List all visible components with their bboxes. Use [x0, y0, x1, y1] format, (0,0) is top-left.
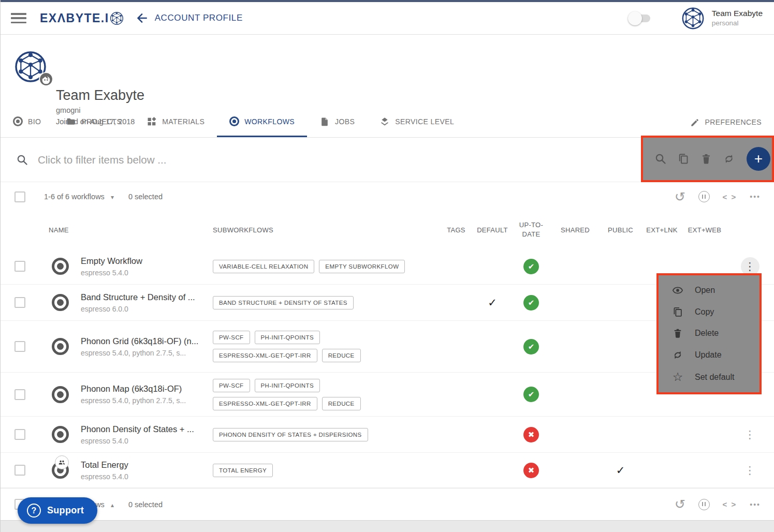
theme-toggle[interactable] [630, 14, 650, 22]
undo-icon[interactable]: ↺ [675, 498, 685, 511]
subworkflow-chip[interactable]: PH-INIT-QPOINTS [255, 379, 320, 392]
user-avatar[interactable] [681, 7, 705, 30]
code-icon[interactable]: < > [723, 193, 737, 201]
subworkflow-chip[interactable]: REDUCE [322, 397, 361, 410]
workflow-name[interactable]: Empty Workflow [81, 256, 213, 266]
subworkflow-chip[interactable]: EMPTY SUBWORKFLOW [319, 260, 405, 273]
up-to-date-yes-icon: ✔ [523, 259, 539, 274]
pause-icon[interactable] [698, 499, 710, 510]
menu-item-delete[interactable]: Delete [659, 328, 760, 339]
column-name[interactable]: NAME [39, 226, 81, 234]
row-menu-button[interactable]: ⋮ [744, 429, 755, 440]
toggle-knob [628, 11, 642, 25]
menu-label: Set default [695, 373, 735, 382]
support-button[interactable]: ? Support [18, 497, 97, 524]
folder-icon [66, 116, 76, 127]
pause-icon[interactable] [698, 191, 710, 202]
column-default[interactable]: DEFAULT [472, 226, 513, 234]
user-name: Team Exabyte [712, 8, 763, 19]
menu-item-set-default[interactable]: ☆ Set default [659, 371, 760, 383]
workflow-name[interactable]: Total Energy [81, 460, 213, 470]
tab-label: BIO [28, 117, 41, 126]
preferences-button[interactable]: PREFERENCES [678, 107, 774, 137]
column-up-to-date[interactable]: UP-TO-DATE [516, 220, 547, 239]
row-checkbox[interactable] [14, 341, 25, 352]
menu-item-copy[interactable]: Copy [659, 306, 760, 318]
workflow-subtitle: espresso 5.4.0 [81, 472, 213, 481]
support-label: Support [47, 505, 84, 516]
filter-input[interactable] [38, 154, 556, 166]
subworkflow-chip[interactable]: PH-INIT-QPOINTS [255, 331, 320, 344]
tab-label: PROJECTS [81, 117, 122, 126]
workflow-subtitle: espresso 5.4.0, python 2.7.5, s... [81, 396, 213, 405]
row-menu-button[interactable]: ⋮ [744, 465, 755, 476]
pagination-range[interactable]: 1-6 of 6 workflows ▾ [44, 193, 114, 201]
column-shared[interactable]: SHARED [549, 226, 601, 234]
column-tags[interactable]: TAGS [441, 226, 472, 234]
copy-icon [672, 306, 683, 318]
subworkflow-chip[interactable]: TOTAL ENERGY [213, 464, 273, 477]
row-checkbox[interactable] [14, 261, 25, 272]
tab-materials[interactable]: MATERIALS [134, 107, 217, 137]
subworkflow-chip[interactable]: VARIABLE-CELL RELAXATION [213, 260, 314, 273]
workflow-icon [52, 426, 69, 443]
app-window: EXΛBYTE.I ACCOUNT PROFILE Team Exabyte p… [0, 0, 774, 532]
preferences-label: PREFERENCES [705, 118, 762, 126]
workflow-name[interactable]: Band Structure + Density of ... [81, 292, 213, 302]
workflows-icon [229, 116, 239, 126]
column-public[interactable]: PUBLIC [601, 226, 640, 234]
subworkflow-chip[interactable]: PHONON DENSITY OF STATES + DISPERSIONS [213, 428, 368, 441]
add-button[interactable]: + [747, 147, 770, 171]
subworkflow-chip[interactable]: ESPRESSO-XML-GET-QPT-IRR [213, 349, 317, 362]
user-block[interactable]: Team Exabyte personal [712, 8, 763, 28]
profile-face-badge-icon [39, 72, 53, 86]
column-ext-lnk[interactable]: EXT+LNK [640, 226, 684, 234]
tab-label: MATERIALS [162, 117, 205, 126]
delete-icon[interactable] [700, 153, 712, 165]
workflow-name[interactable]: Phonon Density of States + ... [81, 424, 213, 434]
menu-icon[interactable] [11, 13, 26, 23]
tab-service-level[interactable]: SERVICE LEVEL [367, 107, 466, 137]
subworkflow-chip[interactable]: PW-SCF [213, 379, 250, 392]
menu-label: Copy [695, 307, 714, 317]
menu-item-open[interactable]: Open [659, 285, 760, 296]
menu-item-update[interactable]: Update [659, 349, 760, 361]
tab-bio[interactable]: BIO [1, 107, 53, 137]
subworkflow-chip[interactable]: ESPRESSO-XML-GET-QPT-IRR [213, 397, 317, 410]
plus-icon: + [754, 152, 763, 166]
copy-icon[interactable] [677, 153, 690, 165]
undo-icon[interactable]: ↺ [675, 190, 685, 203]
more-vertical-icon: ⋮ [744, 428, 755, 440]
search-icon[interactable] [654, 153, 667, 165]
footer-selection-bar: 1-6 of 6 workflows ▴ 0 selected ↺ < > ••… [1, 488, 774, 520]
public-check-icon: ✓ [616, 464, 625, 477]
workflow-icon [52, 338, 69, 355]
workflow-name[interactable]: Phonon Map (6k3q18i-OF) [81, 384, 213, 394]
subworkflow-chip[interactable]: REDUCE [322, 349, 361, 362]
default-check-icon: ✓ [488, 297, 497, 309]
column-subworkflows[interactable]: SUBWORKFLOWS [213, 226, 441, 234]
tab-projects[interactable]: PROJECTS [53, 107, 134, 137]
tab-label: JOBS [335, 117, 355, 126]
update-icon[interactable] [723, 153, 735, 165]
up-to-date-no-icon: ✖ [523, 463, 539, 478]
bio-icon [13, 116, 23, 126]
more-horizontal-icon[interactable]: ••• [750, 500, 761, 509]
brand-logo[interactable]: EXΛBYTE.I [40, 11, 124, 25]
row-checkbox[interactable] [14, 297, 25, 308]
workflow-name[interactable]: Phonon Grid (6k3q18i-OF) (n... [81, 336, 213, 346]
row-checkbox[interactable] [14, 389, 25, 400]
row-checkbox[interactable] [14, 429, 25, 440]
search-icon [16, 154, 28, 166]
subworkflow-chip[interactable]: PW-SCF [213, 331, 250, 344]
row-checkbox[interactable] [14, 465, 25, 476]
range-text: 1-6 of 6 workflows [44, 193, 105, 201]
tab-jobs[interactable]: JOBS [307, 107, 367, 137]
back-arrow-icon[interactable] [135, 11, 149, 25]
column-ext-web[interactable]: EXT+WEB [684, 226, 725, 234]
more-horizontal-icon[interactable]: ••• [750, 193, 761, 201]
select-all-checkbox[interactable] [14, 191, 25, 202]
subworkflow-chip[interactable]: BAND STRUCTURE + DENSITY OF STATES [213, 296, 354, 309]
code-icon[interactable]: < > [723, 500, 737, 509]
tab-workflows[interactable]: WORKFLOWS [217, 107, 307, 137]
